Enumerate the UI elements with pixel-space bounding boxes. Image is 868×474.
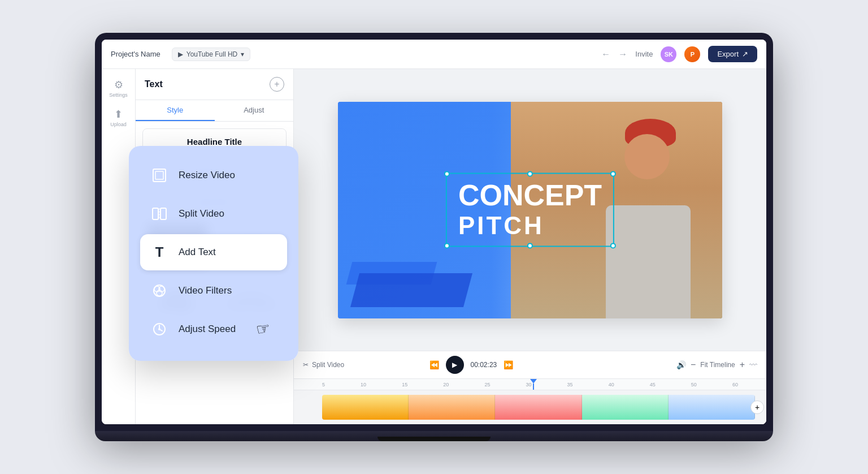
skip-forward-button[interactable]: ⏩ bbox=[504, 360, 513, 369]
volume-icon[interactable]: 🔊 bbox=[676, 360, 686, 369]
sidebar-item-upload[interactable]: ⬆ Upload bbox=[106, 105, 131, 130]
skip-back-button[interactable]: ⏪ bbox=[429, 360, 439, 369]
track-segment-2 bbox=[409, 395, 495, 420]
adjust-speed-label: Adjust Speed bbox=[179, 324, 236, 335]
laptop-base bbox=[95, 431, 773, 441]
handle-top-left[interactable] bbox=[444, 171, 450, 176]
sidebar-item-settings[interactable]: ⚙ Settings bbox=[106, 76, 131, 101]
chevron-down-icon: ▾ bbox=[241, 50, 244, 58]
video-filters-icon bbox=[149, 281, 170, 301]
export-label: Export bbox=[717, 50, 739, 58]
ruler-10: 10 bbox=[361, 382, 366, 387]
timeline-track[interactable] bbox=[322, 395, 755, 420]
playhead[interactable] bbox=[530, 379, 537, 390]
svg-rect-3 bbox=[160, 208, 166, 219]
person-head bbox=[624, 134, 670, 179]
track-segment-3 bbox=[495, 395, 581, 420]
sidebar-settings-label: Settings bbox=[109, 92, 128, 98]
split-video-menu-label: Split Video bbox=[179, 208, 224, 219]
person-hoodie bbox=[606, 205, 691, 318]
add-track-button[interactable]: + bbox=[750, 400, 764, 414]
invite-button[interactable]: Invite bbox=[635, 50, 653, 58]
canvas-text-pitch: PITCH bbox=[458, 212, 602, 240]
timeline-controls: ✂ Split Video ⏪ ▶ 00:02:23 ⏩ 🔊 bbox=[294, 351, 766, 379]
handle-top-mid[interactable] bbox=[527, 171, 533, 176]
canvas-text-concept: CONCEPT bbox=[458, 179, 602, 212]
menu-item-add-text[interactable]: T Add Text bbox=[140, 234, 287, 270]
playhead-triangle bbox=[530, 379, 537, 383]
add-text-label: Add Text bbox=[179, 247, 216, 258]
floating-menu: Resize Video Split Video T Add Text bbox=[129, 146, 298, 361]
split-label: Split Video bbox=[312, 361, 344, 369]
timeline-bar: ✂ Split Video ⏪ ▶ 00:02:23 ⏩ 🔊 bbox=[294, 351, 766, 424]
panel-tabs: Style Adjust bbox=[136, 100, 293, 122]
playhead-line bbox=[533, 383, 534, 390]
track-segment-4 bbox=[582, 395, 669, 420]
panel-header: Text + bbox=[136, 69, 293, 100]
tab-adjust[interactable]: Adjust bbox=[215, 100, 294, 121]
svg-rect-2 bbox=[153, 208, 158, 219]
selected-text-box[interactable]: CONCEPT PITCH bbox=[446, 173, 614, 247]
user-avatar-photo: P bbox=[684, 46, 700, 62]
video-canvas[interactable]: CONCEPT PITCH bbox=[338, 102, 722, 318]
resize-video-label: Resize Video bbox=[179, 170, 235, 181]
redo-button[interactable]: → bbox=[618, 49, 627, 59]
fit-timeline-label[interactable]: Fit Timeline bbox=[700, 361, 735, 369]
plus-btn[interactable]: + bbox=[740, 360, 745, 370]
canvas-viewport[interactable]: CONCEPT PITCH bbox=[294, 69, 766, 351]
tab-style[interactable]: Style bbox=[136, 100, 215, 121]
top-bar-actions: ← → Invite SK P Export ↗ bbox=[601, 46, 757, 62]
panel-add-button[interactable]: + bbox=[270, 77, 284, 92]
timeline-tracks: + bbox=[294, 390, 766, 424]
resolution-label: YouTube Full HD bbox=[186, 50, 238, 58]
track-segment-1 bbox=[322, 395, 409, 420]
timeline-ruler: 5 10 15 20 25 30 35 40 45 50 60 bbox=[294, 379, 766, 390]
ruler-15: 15 bbox=[402, 382, 407, 387]
ruler-60: 60 bbox=[732, 382, 738, 387]
resize-video-icon bbox=[149, 165, 170, 186]
svg-rect-1 bbox=[155, 171, 163, 179]
top-bar: Project's Name ▶ YouTube Full HD ▾ ← → I… bbox=[102, 40, 766, 69]
ruler-50: 50 bbox=[691, 382, 697, 387]
split-video-button[interactable]: ✂ Split Video bbox=[303, 361, 344, 369]
settings-icon: ⚙ bbox=[114, 79, 123, 91]
svg-point-12 bbox=[158, 328, 160, 330]
minus-btn[interactable]: − bbox=[691, 360, 696, 370]
export-button[interactable]: Export ↗ bbox=[708, 46, 757, 62]
resolution-selector[interactable]: ▶ YouTube Full HD ▾ bbox=[172, 48, 251, 61]
canvas-area: CONCEPT PITCH ✂ Split Video bbox=[294, 69, 766, 424]
project-name[interactable]: Project's Name bbox=[111, 50, 160, 58]
handle-bottom-mid[interactable] bbox=[527, 243, 533, 249]
ruler-20: 20 bbox=[443, 382, 449, 387]
ruler-40: 40 bbox=[609, 382, 614, 387]
ruler-35: 35 bbox=[567, 382, 573, 387]
ruler-5: 5 bbox=[322, 382, 325, 387]
time-display: 00:02:23 bbox=[471, 361, 497, 369]
ruler-25: 25 bbox=[484, 382, 490, 387]
undo-button[interactable]: ← bbox=[601, 49, 610, 59]
upload-icon: ⬆ bbox=[114, 108, 123, 120]
split-video-menu-icon bbox=[149, 204, 170, 224]
geo-shape-1 bbox=[350, 273, 472, 307]
menu-item-split[interactable]: Split Video bbox=[140, 196, 287, 232]
waveform-icon[interactable]: 〰 bbox=[749, 360, 757, 369]
resolution-icon: ▶ bbox=[178, 50, 183, 58]
user-avatar-initials: SK bbox=[661, 46, 676, 62]
menu-item-filters[interactable]: Video Filters bbox=[140, 273, 287, 309]
video-filters-label: Video Filters bbox=[179, 285, 232, 296]
split-icon: ✂ bbox=[303, 361, 309, 369]
playback-controls: ⏪ ▶ 00:02:23 ⏩ bbox=[429, 356, 514, 374]
sidebar-upload-label: Upload bbox=[110, 122, 127, 127]
play-button[interactable]: ▶ bbox=[446, 356, 464, 374]
add-text-icon: T bbox=[149, 242, 170, 262]
timeline-right: 🔊 − Fit Timeline + 〰 bbox=[676, 360, 757, 370]
panel-title: Text bbox=[145, 79, 163, 89]
menu-item-resize[interactable]: Resize Video bbox=[140, 157, 287, 193]
export-icon: ↗ bbox=[742, 50, 748, 58]
track-segment-5 bbox=[669, 395, 755, 420]
ruler-45: 45 bbox=[650, 382, 656, 387]
adjust-speed-icon bbox=[149, 319, 170, 339]
